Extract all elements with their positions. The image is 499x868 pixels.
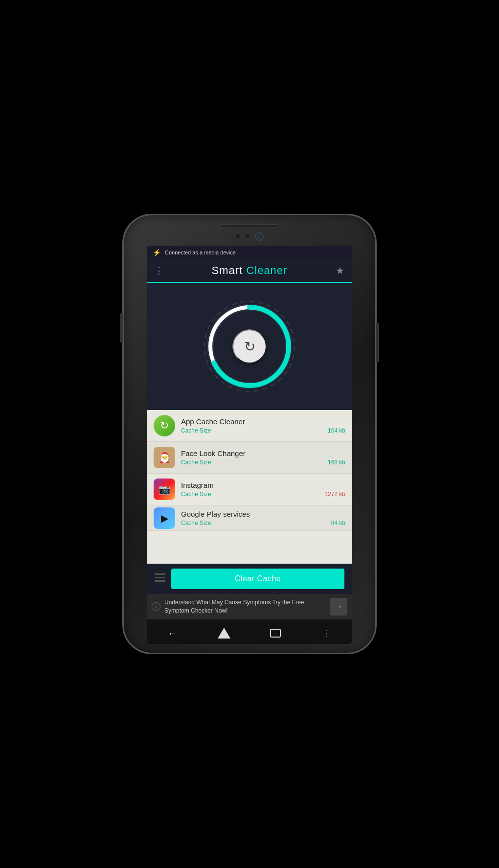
cache-size: 84 kb — [331, 520, 345, 526]
list-item[interactable]: ↻ App Cache Cleaner Cache Size 164 kb — [147, 410, 352, 442]
app-icon-gplay: ▶ — [154, 507, 175, 529]
svg-rect-4 — [155, 573, 165, 575]
appcache-icon: ↻ — [154, 415, 175, 436]
app-name: Instagram — [181, 481, 345, 489]
phone-sensor — [235, 234, 240, 239]
app-title: Smart Cleaner — [212, 264, 288, 277]
app-info-gplay: Google Play services Cache Size 84 kb — [181, 510, 345, 526]
nav-bar: ← ⋮ — [147, 619, 352, 644]
connection-status: Connected as a media device — [165, 250, 236, 255]
refresh-button[interactable]: ↻ — [232, 329, 267, 364]
home-button[interactable] — [215, 624, 233, 642]
gauge-area: ↻ — [147, 283, 352, 410]
arrow-icon: → — [335, 602, 342, 611]
back-icon: ← — [168, 628, 178, 639]
overflow-icon: ⋮ — [322, 629, 331, 638]
app-title-cleaner: Cleaner — [246, 264, 287, 276]
app-list: ↻ App Cache Cleaner Cache Size 164 kb 🎅 … — [147, 410, 352, 564]
app-name: Google Play services — [181, 510, 345, 518]
app-info-instagram: Instagram Cache Size 1272 kb — [181, 481, 345, 498]
recents-icon — [270, 629, 281, 638]
clear-cache-button[interactable]: Clear Cache — [171, 569, 344, 589]
home-icon — [218, 628, 230, 639]
ad-arrow-button[interactable]: → — [330, 598, 347, 616]
app-name: App Cache Cleaner — [181, 417, 345, 426]
bottom-bar: Clear Cache — [147, 564, 352, 594]
refresh-icon: ↻ — [244, 339, 255, 355]
ad-banner: i Understand What May Cause Symptoms Try… — [147, 594, 352, 619]
cache-label: Cache Size — [181, 427, 211, 434]
phone-device: ⚡ Connected as a media device ⋮ Smart Cl… — [122, 214, 377, 654]
app-info-appcache: App Cache Cleaner Cache Size 164 kb — [181, 417, 345, 434]
gauge-container: ↻ — [201, 297, 298, 395]
list-item[interactable]: 🎅 Face Look Changer Cache Size 168 kb — [147, 442, 352, 474]
svg-rect-6 — [155, 580, 165, 582]
list-icon — [155, 572, 165, 586]
usb-icon: ⚡ — [153, 249, 161, 256]
recents-button[interactable] — [267, 624, 284, 642]
cache-label: Cache Size — [181, 491, 211, 498]
list-item[interactable]: ▶ Google Play services Cache Size 84 kb — [147, 505, 352, 531]
app-name: Face Look Changer — [181, 449, 345, 457]
instagram-icon: 📷 — [154, 479, 175, 500]
cache-size: 164 kb — [328, 427, 345, 434]
cache-size: 168 kb — [328, 459, 345, 466]
gplay-icon: ▶ — [154, 507, 175, 529]
phone-screen: ⚡ Connected as a media device ⋮ Smart Cl… — [147, 246, 352, 644]
info-icon-text: i — [156, 604, 157, 610]
ad-text: Understand What May Cause Symptoms Try t… — [164, 598, 326, 615]
svg-rect-5 — [155, 577, 165, 578]
menu-button[interactable]: ⋮ — [155, 265, 163, 276]
favorite-icon[interactable]: ★ — [336, 265, 344, 276]
status-bar: ⚡ Connected as a media device — [147, 246, 352, 259]
overflow-menu-button[interactable]: ⋮ — [318, 624, 336, 642]
app-title-smart: Smart — [212, 264, 247, 276]
app-info-face: Face Look Changer Cache Size 168 kb — [181, 449, 345, 466]
face-icon: 🎅 — [154, 447, 175, 468]
phone-speaker — [220, 224, 279, 228]
cache-size: 1272 kb — [324, 491, 345, 498]
cache-label: Cache Size — [181, 459, 211, 466]
phone-camera — [255, 232, 264, 241]
cache-label: Cache Size — [181, 520, 211, 526]
list-item[interactable]: 📷 Instagram Cache Size 1272 kb — [147, 474, 352, 505]
phone-sensor2 — [245, 234, 250, 239]
list-view-icon — [155, 572, 165, 583]
app-icon-appcache: ↻ — [154, 415, 175, 436]
back-button[interactable]: ← — [164, 624, 181, 642]
app-icon-face: 🎅 — [154, 447, 175, 468]
ad-info-icon: i — [152, 602, 160, 611]
app-bar: ⋮ Smart Cleaner ★ — [147, 259, 352, 282]
phone-camera-area — [235, 232, 264, 241]
app-icon-instagram: 📷 — [154, 479, 175, 500]
